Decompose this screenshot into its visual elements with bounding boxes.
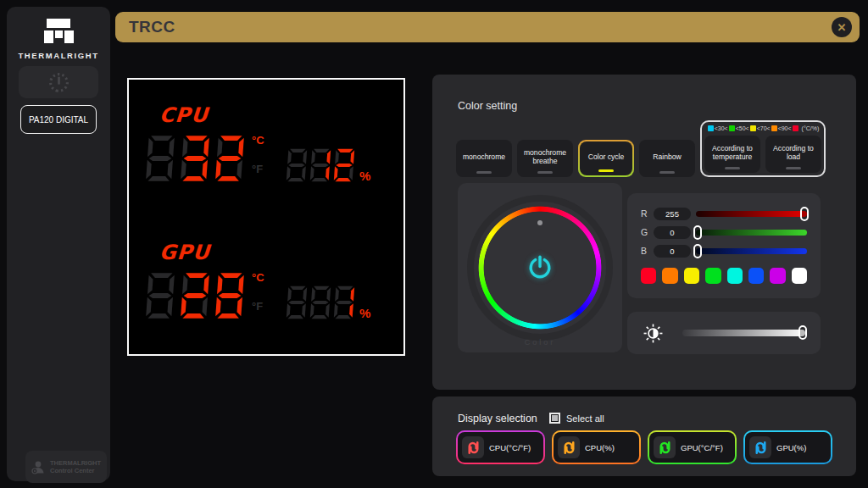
brightness-icon bbox=[643, 323, 664, 344]
rgb-channel-label: B bbox=[641, 246, 650, 256]
lcd-row-cpu: CPU°C°F% bbox=[144, 103, 395, 183]
dashboard-gauge-button[interactable] bbox=[19, 66, 98, 98]
hue-marker-dot[interactable] bbox=[537, 220, 542, 225]
mode-button-according-to-load[interactable]: According to load bbox=[765, 136, 821, 173]
color-setting-panel: Color setting monochromemonochrome breat… bbox=[432, 75, 856, 390]
link-loop-icon bbox=[657, 440, 673, 456]
display-option-label: CPU(°C/°F) bbox=[489, 443, 531, 452]
rgb-slider-panel: R255G0B0 bbox=[627, 193, 821, 298]
lcd-label-cpu: CPU bbox=[159, 103, 396, 127]
seven-segment-digit bbox=[142, 134, 178, 183]
rgb-slider-row-g: G0 bbox=[641, 223, 807, 241]
seven-segment-digit bbox=[177, 271, 213, 320]
color-swatch[interactable] bbox=[705, 268, 721, 284]
color-swatch[interactable] bbox=[792, 268, 807, 284]
rgb-slider-thumb-b[interactable] bbox=[693, 244, 702, 258]
lcd-readout: °C°F% bbox=[144, 271, 395, 320]
mode-button-monochrome-breathe[interactable]: monochrome breathe bbox=[517, 140, 573, 177]
seven-segment-digit bbox=[332, 285, 357, 320]
unit-fahrenheit: °F bbox=[252, 163, 282, 175]
power-button[interactable] bbox=[526, 253, 554, 282]
lcd-preview-panel: CPU°C°F%GPU°C°F% bbox=[127, 78, 405, 356]
legend-color-swatch bbox=[729, 125, 735, 131]
brightness-slider-thumb[interactable] bbox=[798, 325, 807, 340]
display-option-gpu-[interactable]: GPU(%) bbox=[743, 430, 832, 464]
seven-segment-digit bbox=[177, 134, 213, 183]
display-option-label: GPU(%) bbox=[776, 443, 806, 452]
brightness-panel bbox=[627, 312, 821, 354]
rgb-slider-row-r: R255 bbox=[641, 204, 807, 223]
rgb-value-r: 255 bbox=[654, 208, 691, 220]
select-all-label: Select all bbox=[566, 413, 604, 424]
rgb-channel-label: R bbox=[641, 208, 650, 219]
close-icon: ✕ bbox=[837, 21, 847, 34]
color-swatches bbox=[641, 268, 807, 284]
link-loop-icon bbox=[753, 440, 769, 456]
wheel-label: Color bbox=[458, 338, 622, 347]
device-button-pa120-digital[interactable]: PA120 DIGITAL bbox=[20, 105, 97, 134]
temperature-units: °C°F bbox=[252, 134, 282, 183]
titlebar: TRCC ✕ bbox=[115, 12, 860, 42]
temperature-units: °C°F bbox=[252, 271, 282, 320]
color-swatch[interactable] bbox=[641, 268, 656, 284]
rgb-value-b: 0 bbox=[654, 245, 691, 258]
rgb-value-g: 0 bbox=[654, 226, 691, 239]
display-option-gpu-c-f-[interactable]: GPU(°C/°F) bbox=[648, 430, 737, 464]
rgb-slider-track-g[interactable] bbox=[696, 230, 807, 236]
display-option-inner: CPU(%) bbox=[554, 432, 639, 463]
display-option-icon-tile bbox=[749, 436, 771, 458]
display-option-label: GPU(°C/°F) bbox=[681, 443, 723, 452]
legend-threshold-text: <70< bbox=[757, 125, 771, 131]
lcd-row-gpu: GPU°C°F% bbox=[144, 241, 395, 320]
select-all-checkbox[interactable] bbox=[549, 413, 560, 424]
mode-selected-indicator bbox=[725, 167, 740, 169]
mode-button-label: monochrome bbox=[463, 142, 505, 170]
rgb-slider-thumb-g[interactable] bbox=[693, 225, 702, 240]
seven-segment-digit bbox=[142, 271, 178, 320]
color-swatch[interactable] bbox=[770, 268, 785, 284]
legend-threshold-text: <30< bbox=[715, 125, 728, 131]
seven-segment-digit bbox=[212, 134, 248, 183]
mode-button-color-cycle[interactable]: Color cycle bbox=[580, 141, 632, 175]
mode-selected-indicator bbox=[786, 167, 801, 169]
load-digits bbox=[285, 147, 357, 183]
close-button[interactable]: ✕ bbox=[832, 17, 852, 37]
display-option-cpu-c-f-[interactable]: CPU(°C/°F) bbox=[456, 430, 545, 464]
app-title: TRCC bbox=[129, 18, 175, 36]
rgb-slider-thumb-r[interactable] bbox=[800, 207, 809, 221]
legend-unit-suffix: (°C/%) bbox=[802, 125, 820, 131]
control-center-footer-button[interactable]: THERMALRIGHT Control Center bbox=[25, 451, 107, 483]
display-option-icon-tile bbox=[558, 436, 580, 458]
display-selection-panel: Display selection Select all CPU(°C/°F)C… bbox=[432, 396, 856, 476]
lcd-label-gpu: GPU bbox=[159, 241, 396, 264]
display-option-inner: GPU(°C/°F) bbox=[649, 432, 735, 463]
mode-button-label: According to load bbox=[767, 138, 820, 166]
power-icon bbox=[526, 253, 554, 282]
mode-button-label: monochrome breathe bbox=[519, 142, 571, 170]
color-swatch[interactable] bbox=[727, 268, 743, 284]
color-swatch[interactable] bbox=[684, 268, 699, 284]
color-swatch[interactable] bbox=[662, 268, 677, 284]
mode-button-label: Color cycle bbox=[588, 144, 625, 169]
display-option-icon-tile bbox=[654, 436, 676, 458]
legend-color-swatch bbox=[793, 125, 798, 131]
display-selection-title: Display selection bbox=[458, 413, 537, 424]
mode-button-according-to-temperature[interactable]: According to temperature bbox=[704, 136, 760, 173]
unit-celsius: °C bbox=[252, 271, 282, 284]
display-option-cpu-[interactable]: CPU(%) bbox=[552, 430, 641, 464]
rgb-slider-track-b[interactable] bbox=[696, 248, 807, 254]
mode-button-monochrome[interactable]: monochrome bbox=[456, 140, 512, 177]
mode-selected-indicator bbox=[659, 171, 675, 174]
display-option-inner: CPU(°C/°F) bbox=[458, 432, 543, 463]
user-icon bbox=[31, 459, 46, 474]
brightness-slider[interactable] bbox=[682, 330, 805, 336]
legend-color-swatch bbox=[708, 125, 714, 131]
lcd-readout: °C°F% bbox=[144, 134, 395, 183]
temperature-color-legend: <30<<50<<70<<90<(°C/%) bbox=[704, 123, 821, 134]
color-swatch[interactable] bbox=[748, 268, 764, 284]
mode-button-rainbow[interactable]: Rainbow bbox=[639, 140, 695, 177]
seven-segment-digit bbox=[285, 285, 309, 320]
rgb-slider-track-r[interactable] bbox=[696, 211, 807, 217]
footer-line1: THERMALRIGHT bbox=[50, 459, 101, 467]
seven-segment-digit bbox=[309, 147, 333, 183]
